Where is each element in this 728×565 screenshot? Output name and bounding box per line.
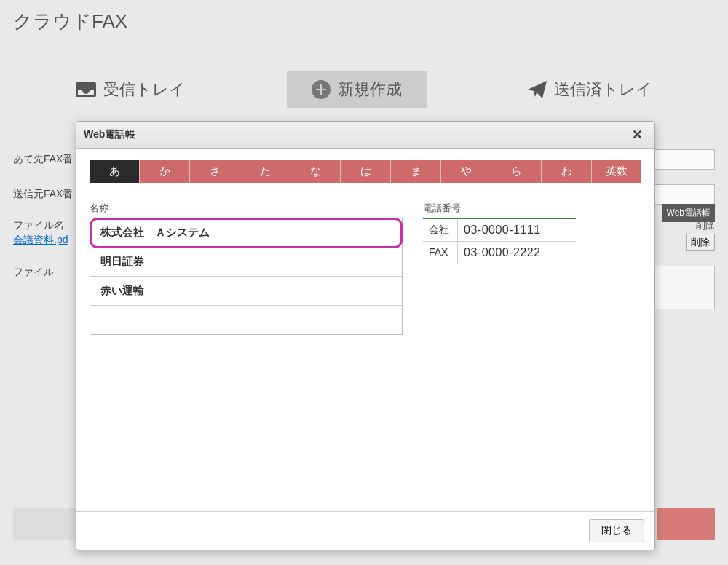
- main-tabs: 受信トレイ 新規作成 送信済トレイ: [13, 71, 715, 108]
- label-filename: ファイル名: [13, 219, 86, 232]
- tab-inbox-label: 受信トレイ: [103, 79, 186, 100]
- name-row-0[interactable]: 株式会社 Ａシステム: [90, 218, 402, 248]
- kana-tab-ta[interactable]: た: [240, 160, 290, 183]
- kana-tab-eisu[interactable]: 英数: [592, 160, 641, 183]
- paper-plane-icon: [528, 81, 547, 98]
- tab-sent[interactable]: 送信済トレイ: [503, 71, 677, 108]
- phone-row-company[interactable]: 会社 03-0000-1111: [423, 219, 576, 242]
- kana-tabs: あ か さ た な は ま や ら わ 英数: [90, 160, 641, 183]
- kana-tab-ka[interactable]: か: [140, 160, 190, 183]
- delete-file-button[interactable]: 削除: [686, 234, 715, 251]
- phone-number-company: 03-0000-1111: [458, 219, 576, 241]
- kana-tab-ra[interactable]: ら: [491, 160, 542, 183]
- name-row-2[interactable]: 赤い運輸: [90, 277, 402, 306]
- modal-title: Web電話帳: [84, 128, 135, 141]
- page-title: クラウドFAX: [13, 9, 715, 34]
- kana-tab-wa[interactable]: わ: [542, 160, 592, 183]
- phone-label-fax: FAX: [423, 242, 458, 264]
- name-list: 株式会社 Ａシステム 明日証券 赤い運輸: [90, 218, 403, 335]
- kana-tab-na[interactable]: な: [290, 160, 341, 183]
- label-from-fax: 送信元FAX番: [13, 188, 86, 201]
- label-file: ファイル: [13, 266, 86, 279]
- kana-tab-a[interactable]: あ: [90, 160, 140, 183]
- label-to-fax: あて先FAX番: [13, 153, 86, 166]
- tab-sent-label: 送信済トレイ: [554, 79, 652, 100]
- bottom-strip-right[interactable]: [657, 508, 715, 540]
- tab-new-label: 新規作成: [338, 79, 402, 100]
- divider: [13, 52, 715, 52]
- web-phonebook-modal: Web電話帳 ✕ あ か さ た な は ま や ら わ 英数 名称: [76, 121, 655, 550]
- phone-column-header: 電話番号: [423, 202, 641, 215]
- kana-tab-ya[interactable]: や: [441, 160, 491, 183]
- close-icon[interactable]: ✕: [628, 126, 647, 143]
- kana-tab-ma[interactable]: ま: [391, 160, 441, 183]
- name-column-header: 名称: [90, 202, 403, 215]
- name-row-1[interactable]: 明日証券: [90, 248, 402, 277]
- phone-table: 会社 03-0000-1111 FAX 03-0000-2222: [423, 218, 576, 264]
- phone-row-fax[interactable]: FAX 03-0000-2222: [423, 242, 576, 264]
- web-phonebook-button[interactable]: Web電話帳: [662, 204, 715, 222]
- kana-tab-ha[interactable]: は: [341, 160, 391, 183]
- phone-label-company: 会社: [423, 219, 458, 241]
- modal-close-button[interactable]: 閉じる: [589, 519, 644, 542]
- name-row-empty[interactable]: [90, 306, 402, 334]
- plus-circle-icon: [312, 80, 331, 99]
- inbox-icon: [76, 82, 96, 97]
- tab-new[interactable]: 新規作成: [287, 71, 427, 108]
- kana-tab-sa[interactable]: さ: [190, 160, 240, 183]
- phone-number-fax: 03-0000-2222: [458, 242, 576, 264]
- tab-inbox[interactable]: 受信トレイ: [51, 71, 210, 108]
